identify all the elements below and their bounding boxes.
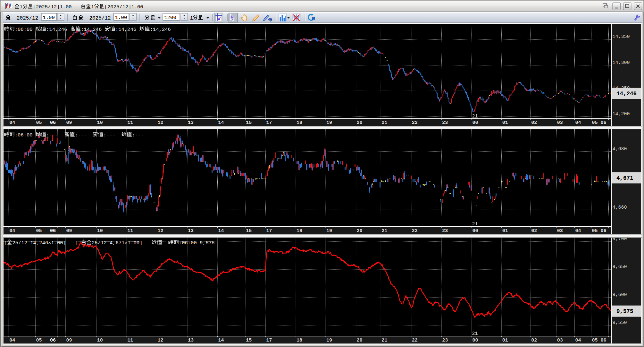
svg-text:14: 14 bbox=[218, 338, 224, 343]
svg-text:10: 10 bbox=[97, 338, 103, 343]
svg-text:11: 11 bbox=[127, 228, 133, 234]
svg-text::06:00: :06:00 bbox=[15, 132, 33, 138]
svg-text:9,575: 9,575 bbox=[616, 308, 633, 315]
svg-text:14,350: 14,350 bbox=[613, 34, 630, 39]
svg-text::14,246: :14,246 bbox=[115, 27, 136, 32]
svg-text:2025/12: 2025/12 bbox=[17, 15, 38, 21]
svg-text:23: 23 bbox=[442, 338, 448, 343]
svg-text:06: 06 bbox=[50, 338, 56, 343]
svg-text:[2025/12]1.00 -: [2025/12]1.00 - bbox=[33, 4, 78, 10]
svg-text:13: 13 bbox=[188, 338, 194, 343]
svg-text:2025/12: 2025/12 bbox=[89, 15, 111, 21]
svg-text:23: 23 bbox=[442, 120, 448, 126]
svg-text:05: 05 bbox=[592, 338, 598, 343]
svg-text:00: 00 bbox=[473, 338, 478, 343]
svg-text:03: 03 bbox=[557, 338, 563, 343]
svg-text:06: 06 bbox=[601, 338, 606, 343]
svg-text:11: 11 bbox=[127, 338, 133, 343]
svg-text:[2025/12]1.00: [2025/12]1.00 bbox=[105, 4, 143, 10]
svg-text::06:00: :06:00 bbox=[15, 27, 33, 32]
svg-text::---: :--- bbox=[46, 132, 58, 138]
svg-text:03: 03 bbox=[557, 120, 563, 126]
svg-text:21: 21 bbox=[472, 114, 478, 119]
svg-text:11: 11 bbox=[127, 120, 133, 126]
svg-text:18: 18 bbox=[297, 338, 302, 343]
svg-text:21: 21 bbox=[381, 228, 387, 234]
svg-text:1: 1 bbox=[91, 4, 94, 10]
svg-text:25/12 4,671×1.00]: 25/12 4,671×1.00] bbox=[92, 240, 142, 246]
svg-text:06: 06 bbox=[50, 228, 56, 234]
svg-text:01: 01 bbox=[502, 338, 508, 343]
svg-text:02: 02 bbox=[531, 120, 537, 126]
svg-text:05: 05 bbox=[592, 120, 598, 126]
svg-text:17: 17 bbox=[266, 228, 272, 234]
svg-text:13: 13 bbox=[188, 120, 194, 126]
svg-text:20: 20 bbox=[357, 228, 363, 234]
svg-text:04: 04 bbox=[575, 120, 581, 126]
svg-text:09: 09 bbox=[66, 338, 72, 343]
svg-text:1.00: 1.00 bbox=[115, 15, 127, 21]
svg-text:14: 14 bbox=[218, 228, 224, 234]
svg-text:19: 19 bbox=[326, 120, 332, 126]
svg-text:02: 02 bbox=[531, 338, 537, 343]
svg-text:00: 00 bbox=[473, 120, 478, 126]
svg-text:20: 20 bbox=[357, 338, 363, 343]
svg-text::14,246: :14,246 bbox=[150, 27, 171, 32]
svg-text:03: 03 bbox=[557, 228, 563, 234]
svg-text:22: 22 bbox=[412, 228, 418, 234]
svg-text:18: 18 bbox=[297, 120, 302, 126]
svg-text::---: :--- bbox=[132, 132, 144, 138]
svg-text:15: 15 bbox=[246, 338, 252, 343]
svg-text:05: 05 bbox=[592, 228, 598, 234]
svg-text::06:00 9,575: :06:00 9,575 bbox=[179, 240, 215, 246]
svg-text:06: 06 bbox=[601, 120, 606, 126]
svg-text:22: 22 bbox=[412, 338, 418, 343]
svg-text:05: 05 bbox=[36, 228, 42, 234]
svg-text:09: 09 bbox=[66, 120, 72, 126]
svg-text:14,246: 14,246 bbox=[616, 91, 637, 97]
svg-text:4,680: 4,680 bbox=[613, 146, 627, 152]
svg-text:04: 04 bbox=[9, 338, 15, 343]
svg-text:05: 05 bbox=[36, 120, 42, 126]
svg-text:06: 06 bbox=[50, 120, 56, 126]
svg-text:12: 12 bbox=[158, 228, 163, 234]
svg-text:19: 19 bbox=[326, 228, 332, 234]
svg-text:09: 09 bbox=[66, 228, 72, 234]
svg-text:18: 18 bbox=[297, 228, 302, 234]
svg-text::---: :--- bbox=[104, 132, 115, 138]
svg-text:[: [ bbox=[4, 240, 7, 246]
svg-text:1: 1 bbox=[190, 15, 193, 21]
svg-text:06: 06 bbox=[601, 228, 606, 234]
svg-text:20: 20 bbox=[357, 120, 363, 126]
svg-text:22: 22 bbox=[412, 120, 418, 126]
svg-text:23: 23 bbox=[442, 228, 448, 234]
svg-text:21: 21 bbox=[381, 120, 387, 126]
svg-text::---: :--- bbox=[75, 132, 87, 138]
svg-text:05: 05 bbox=[36, 338, 42, 343]
svg-text:02: 02 bbox=[531, 228, 537, 234]
svg-text:1.00: 1.00 bbox=[43, 15, 55, 21]
svg-text:01: 01 bbox=[502, 228, 508, 234]
svg-text:17: 17 bbox=[266, 338, 272, 343]
svg-text:14,300: 14,300 bbox=[613, 60, 630, 65]
svg-text:13: 13 bbox=[188, 228, 194, 234]
svg-text:10: 10 bbox=[97, 228, 103, 234]
svg-text:21: 21 bbox=[381, 338, 387, 343]
svg-text:17: 17 bbox=[266, 120, 272, 126]
svg-text:04: 04 bbox=[9, 120, 15, 126]
svg-text:21: 21 bbox=[472, 221, 478, 227]
svg-text:04: 04 bbox=[9, 228, 15, 234]
svg-text:9,600: 9,600 bbox=[613, 292, 627, 298]
svg-text:4,671: 4,671 bbox=[616, 175, 633, 181]
svg-text:1200: 1200 bbox=[164, 15, 176, 21]
svg-text:12: 12 bbox=[158, 338, 163, 343]
svg-text:15: 15 bbox=[246, 228, 252, 234]
svg-text:04: 04 bbox=[575, 338, 581, 343]
svg-text:10: 10 bbox=[97, 120, 103, 126]
svg-text:19: 19 bbox=[326, 338, 332, 343]
svg-text:01: 01 bbox=[502, 120, 508, 126]
svg-text::14,246: :14,246 bbox=[81, 27, 102, 32]
svg-text:9,650: 9,650 bbox=[613, 264, 627, 270]
svg-text:R: R bbox=[312, 16, 315, 21]
svg-text:21: 21 bbox=[472, 331, 478, 336]
